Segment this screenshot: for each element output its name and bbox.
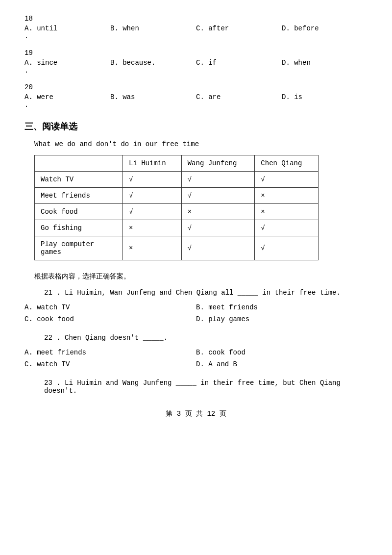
q20-option-a: A. were bbox=[24, 93, 110, 101]
question-20-options: A. were B. was C. are D. is bbox=[24, 93, 368, 101]
question-20: 20 A. were B. was C. are D. is . bbox=[24, 83, 368, 109]
rq21-option-c: C. cook food bbox=[24, 313, 196, 325]
cell-watch-tv-wang: √ bbox=[181, 172, 255, 188]
cell-play-games-chen: √ bbox=[255, 236, 318, 260]
reading-question-22: 22 . Chen Qiang doesn't _____. A. meet f… bbox=[24, 334, 368, 370]
rq21-options: A. watch TV B. meet friends C. cook food… bbox=[24, 302, 368, 325]
cell-cook-food-chen: × bbox=[255, 204, 318, 220]
rq21-text: 21 . Li Huimin, Wan Junfeng and Chen Qia… bbox=[24, 289, 368, 297]
q19-option-d: D. when bbox=[282, 59, 368, 67]
reading-intro: What we do and don't do in our free time bbox=[24, 140, 368, 148]
question-18-options: A. until B. when C. after D. before bbox=[24, 25, 368, 32]
rq22-text: 22 . Chen Qiang doesn't _____. bbox=[24, 334, 368, 342]
rq22-options: A. meet friends B. cook food C. watch TV… bbox=[24, 347, 368, 370]
rq22-option-b: B. cook food bbox=[196, 347, 368, 358]
page-footer: 第 3 页 共 12 页 bbox=[24, 409, 368, 418]
q19-option-b: B. because. bbox=[110, 59, 196, 67]
q18-option-a: A. until bbox=[24, 25, 110, 32]
rq22-option-a: A. meet friends bbox=[24, 347, 196, 358]
question-18: 18 A. until B. when C. after D. before . bbox=[24, 15, 368, 40]
question-19-options: A. since B. because. C. if D. when bbox=[24, 59, 368, 67]
q18-option-b: B. when bbox=[110, 25, 196, 32]
table-header-row: Li Huimin Wang Junfeng Chen Qiang bbox=[35, 155, 318, 172]
section-title-reading: 三、阅读单选 bbox=[24, 121, 368, 132]
reading-question-23: 23 . Li Huimin and Wang Junfeng _____ in… bbox=[24, 379, 368, 395]
rq23-text: 23 . Li Huimin and Wang Junfeng _____ in… bbox=[24, 379, 368, 395]
cell-meet-friends-chen: × bbox=[255, 188, 318, 204]
cell-play-games-wang: √ bbox=[181, 236, 255, 260]
q19-option-a: A. since bbox=[24, 59, 110, 67]
table-row: Watch TV √ √ √ bbox=[35, 172, 318, 188]
cell-go-fishing-li: × bbox=[123, 220, 182, 236]
reading-question-21: 21 . Li Huimin, Wan Junfeng and Chen Qia… bbox=[24, 289, 368, 325]
cell-watch-tv-li: √ bbox=[123, 172, 182, 188]
cell-cook-food-li: √ bbox=[123, 204, 182, 220]
activity-watch-tv: Watch TV bbox=[35, 172, 123, 188]
table-row: Go fishing × √ √ bbox=[35, 220, 318, 236]
activity-go-fishing: Go fishing bbox=[35, 220, 123, 236]
q20-dot: . bbox=[24, 101, 368, 109]
q20-option-b: B. was bbox=[110, 93, 196, 101]
q20-option-d: D. is bbox=[282, 93, 368, 101]
header-wang-junfeng: Wang Junfeng bbox=[181, 155, 255, 172]
rq22-option-c: C. watch TV bbox=[24, 358, 196, 370]
q18-option-d: D. before bbox=[282, 25, 368, 32]
activity-play-computer-games: Play computer games bbox=[35, 236, 123, 260]
activity-cook-food: Cook food bbox=[35, 204, 123, 220]
reading-table: Li Huimin Wang Junfeng Chen Qiang Watch … bbox=[34, 155, 318, 260]
question-18-number: 18 bbox=[24, 15, 368, 23]
rq21-option-a: A. watch TV bbox=[24, 302, 196, 313]
question-19: 19 A. since B. because. C. if D. when . bbox=[24, 49, 368, 75]
rq22-option-d: D. A and B bbox=[196, 358, 368, 370]
activity-meet-friends: Meet friends bbox=[35, 188, 123, 204]
cell-go-fishing-wang: √ bbox=[181, 220, 255, 236]
q20-option-c: C. are bbox=[196, 93, 282, 101]
table-row: Cook food √ × × bbox=[35, 204, 318, 220]
rq21-option-b: B. meet friends bbox=[196, 302, 368, 313]
q19-option-c: C. if bbox=[196, 59, 282, 67]
header-chen-qiang: Chen Qiang bbox=[255, 155, 318, 172]
header-li-huimin: Li Huimin bbox=[123, 155, 182, 172]
q18-option-c: C. after bbox=[196, 25, 282, 32]
cell-play-games-li: × bbox=[123, 236, 182, 260]
cell-meet-friends-wang: √ bbox=[181, 188, 255, 204]
cell-watch-tv-chen: √ bbox=[255, 172, 318, 188]
q18-dot: . bbox=[24, 32, 368, 40]
cell-cook-food-wang: × bbox=[181, 204, 255, 220]
header-empty bbox=[35, 155, 123, 172]
q19-dot: . bbox=[24, 67, 368, 75]
question-19-number: 19 bbox=[24, 49, 368, 57]
cell-go-fishing-chen: √ bbox=[255, 220, 318, 236]
reading-instruction: 根据表格内容，选择正确答案。 bbox=[24, 272, 368, 281]
table-row: Meet friends √ √ × bbox=[35, 188, 318, 204]
cell-meet-friends-li: √ bbox=[123, 188, 182, 204]
question-20-number: 20 bbox=[24, 83, 368, 91]
rq21-option-d: D. play games bbox=[196, 313, 368, 325]
table-row: Play computer games × √ √ bbox=[35, 236, 318, 260]
